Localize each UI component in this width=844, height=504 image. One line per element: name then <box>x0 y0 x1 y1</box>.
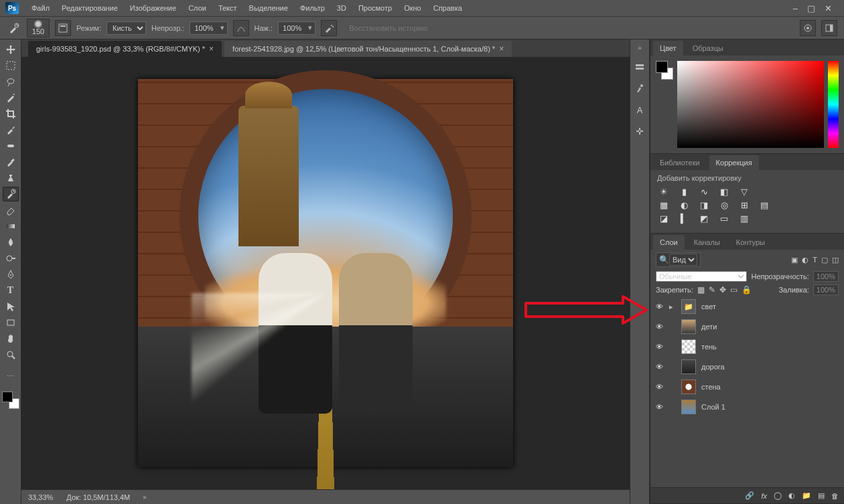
move-tool[interactable] <box>3 42 19 57</box>
threshold-icon[interactable]: ◩ <box>697 213 711 224</box>
chmix-icon[interactable]: ⊞ <box>737 199 751 210</box>
eraser-tool[interactable] <box>3 203 19 218</box>
filter-pixel-icon[interactable]: ▣ <box>791 256 798 264</box>
healing-brush-tool[interactable] <box>3 139 19 153</box>
tab-layers[interactable]: Слои <box>653 235 685 250</box>
layer-name[interactable]: Слой 1 <box>701 403 840 411</box>
vibrance-icon[interactable]: ▽ <box>737 186 751 197</box>
menu-view[interactable]: Просмотр <box>352 1 398 15</box>
pen-tool[interactable] <box>3 267 19 282</box>
menu-window[interactable]: Окно <box>398 1 427 15</box>
document-tab-inactive[interactable]: forest-2541928.jpg @ 12,5% (Цветовой тон… <box>224 41 512 57</box>
pressure-opacity-toggle[interactable] <box>233 20 249 36</box>
tab-channels[interactable]: Каналы <box>687 235 727 250</box>
layer-name[interactable]: тень <box>701 343 840 351</box>
colbal-icon[interactable]: ◐ <box>677 199 691 210</box>
panel-collapse-icon[interactable] <box>821 20 837 36</box>
lasso-tool[interactable] <box>3 74 19 89</box>
brightness-icon[interactable]: ☀ <box>657 186 671 197</box>
lock-artboard-icon[interactable]: ▭ <box>730 285 737 295</box>
flow-input[interactable]: 100%▾ <box>278 21 315 35</box>
layer-row[interactable]: 👁 дорога <box>650 357 844 377</box>
layer-row[interactable]: 👁 тень <box>650 337 844 357</box>
path-select-tool[interactable] <box>3 299 19 314</box>
layer-fx-icon[interactable]: fx <box>761 492 767 500</box>
tab-adjustments[interactable]: Коррекция <box>709 155 759 170</box>
gradient-tool[interactable] <box>3 219 19 234</box>
marquee-tool[interactable] <box>3 58 19 73</box>
layer-fill-input[interactable]: 100% <box>813 284 839 295</box>
status-arrow-icon[interactable]: ▸ <box>143 493 147 501</box>
rectangle-tool[interactable] <box>3 315 19 330</box>
link-layers-icon[interactable]: 🔗 <box>745 491 754 500</box>
blend-mode-select[interactable]: Обычные <box>656 271 747 282</box>
selcolor-icon[interactable]: ▥ <box>737 213 751 224</box>
new-layer-icon[interactable]: ▤ <box>818 491 825 500</box>
menu-3d[interactable]: 3D <box>331 1 352 15</box>
zoom-tool[interactable] <box>3 347 19 362</box>
clone-stamp-tool[interactable] <box>3 171 19 185</box>
foreground-color[interactable] <box>2 392 13 402</box>
crop-tool[interactable] <box>3 106 19 121</box>
lock-paint-icon[interactable]: ✎ <box>709 285 715 295</box>
layer-name[interactable]: стена <box>701 383 840 391</box>
layer-name[interactable]: дорога <box>701 363 840 371</box>
tab-libraries[interactable]: Библиотеки <box>653 155 707 170</box>
window-close-icon[interactable]: ✕ <box>825 3 832 13</box>
color-swatches[interactable] <box>2 392 19 409</box>
tab-swatches[interactable]: Образцы <box>686 41 730 56</box>
layer-opacity-input[interactable]: 100% <box>813 271 839 282</box>
edit-toolbar-icon[interactable]: ⋯ <box>3 369 19 384</box>
history-panel-icon[interactable] <box>634 61 646 73</box>
menu-filter[interactable]: Фильтр <box>294 1 331 15</box>
visibility-icon[interactable]: 👁 <box>654 303 664 311</box>
visibility-icon[interactable]: 👁 <box>654 383 664 391</box>
color-fgbg[interactable] <box>656 61 673 88</box>
visibility-icon[interactable]: 👁 <box>654 363 664 371</box>
brush-panel-toggle[interactable] <box>55 20 71 36</box>
filter-shape-icon[interactable]: ▢ <box>821 256 828 264</box>
type-tool[interactable]: T <box>3 283 19 298</box>
layer-filter[interactable]: 🔍 Вид <box>656 252 701 267</box>
layer-row[interactable]: 👁 стена <box>650 377 844 397</box>
brush-tool[interactable] <box>3 155 19 169</box>
new-group-icon[interactable]: 📁 <box>802 491 811 500</box>
tab-paths[interactable]: Контуры <box>729 235 772 250</box>
dodge-tool[interactable] <box>3 251 19 266</box>
levels-icon[interactable]: ▮ <box>677 186 691 197</box>
layer-name[interactable]: свет <box>701 303 840 311</box>
character-panel-icon[interactable]: A <box>634 104 646 116</box>
hand-tool[interactable] <box>3 331 19 346</box>
zoom-level[interactable]: 33,33% <box>28 493 53 501</box>
brushes-panel-icon[interactable] <box>634 82 646 94</box>
visibility-icon[interactable]: 👁 <box>654 403 664 411</box>
blur-tool[interactable] <box>3 235 19 250</box>
filter-type-icon[interactable]: T <box>813 256 817 264</box>
eyedropper-tool[interactable] <box>3 122 19 137</box>
hue-icon[interactable]: ▦ <box>657 199 671 210</box>
canvas[interactable] <box>138 79 513 467</box>
menu-text[interactable]: Текст <box>212 1 243 15</box>
pressure-size-toggle[interactable] <box>800 20 816 36</box>
gradmap-icon[interactable]: ▭ <box>717 213 731 224</box>
curves-icon[interactable]: ∿ <box>697 186 711 197</box>
layer-row[interactable]: 👁 ▸ 📁 свет <box>650 297 844 317</box>
window-minimize-icon[interactable]: – <box>793 3 798 13</box>
visibility-icon[interactable]: 👁 <box>654 323 664 331</box>
layer-name[interactable]: дети <box>701 323 840 331</box>
blend-mode-select[interactable]: Кисть <box>107 21 146 35</box>
lock-pos-icon[interactable]: ✥ <box>719 285 726 295</box>
airbrush-toggle[interactable] <box>321 20 337 36</box>
history-brush-tool[interactable] <box>3 187 19 201</box>
lock-trans-icon[interactable]: ▦ <box>697 285 705 295</box>
exposure-icon[interactable]: ◧ <box>717 186 731 197</box>
filter-adj-icon[interactable]: ◐ <box>802 256 808 264</box>
layer-row[interactable]: 👁 дети <box>650 317 844 337</box>
opacity-input[interactable]: 100%▾ <box>190 21 227 35</box>
expand-icon[interactable]: ▸ <box>669 303 676 311</box>
adj-layer-icon[interactable]: ◐ <box>788 491 795 500</box>
posterize-icon[interactable]: ▍ <box>677 213 691 224</box>
expand-panels-icon[interactable]: » <box>638 44 642 52</box>
photo-filter-icon[interactable]: ◎ <box>717 199 731 210</box>
filter-kind-select[interactable]: Вид <box>669 254 697 266</box>
